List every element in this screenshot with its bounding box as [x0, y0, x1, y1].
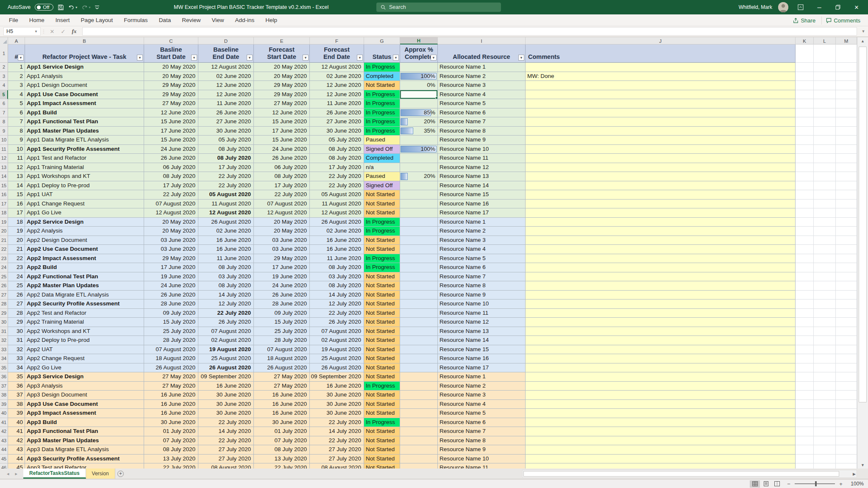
- row-header-3[interactable]: 3: [0, 72, 8, 81]
- cell-allocated-resource[interactable]: Resource Name 16: [438, 354, 526, 363]
- cell-task-number[interactable]: 21: [8, 245, 25, 254]
- cell-empty-L[interactable]: [814, 108, 836, 118]
- cell-forecast-start[interactable]: 01 July 2020: [254, 427, 310, 436]
- cell-allocated-resource[interactable]: Resource Name 1: [438, 372, 526, 382]
- cell-allocated-resource[interactable]: Resource Name 5: [438, 254, 526, 263]
- cell-baseline-end[interactable]: 26 August 2020: [198, 363, 254, 373]
- cell-percent-complete[interactable]: [400, 345, 438, 355]
- cell-baseline-end[interactable]: 22 July 2020: [198, 172, 254, 181]
- cell-forecast-end[interactable]: 12 August 2020: [310, 63, 364, 72]
- cell-percent-complete[interactable]: [400, 336, 438, 345]
- row-header-35[interactable]: 35: [0, 363, 8, 373]
- cell-comment[interactable]: [526, 436, 796, 446]
- cell-empty-M[interactable]: [836, 245, 857, 254]
- cell-status[interactable]: Not Started: [364, 299, 400, 309]
- cell-task-name[interactable]: App2 Impact Assessment: [25, 254, 144, 263]
- cell-percent-complete[interactable]: [400, 291, 438, 300]
- cell-task-name[interactable]: App1 Test and Refactor: [25, 154, 144, 163]
- cell-forecast-start[interactable]: 17 July 2020: [254, 181, 310, 191]
- zoom-slider[interactable]: [795, 483, 835, 484]
- cell-empty-M[interactable]: [836, 318, 857, 327]
- cell-comment[interactable]: [526, 372, 796, 382]
- cell-empty-K[interactable]: [796, 63, 814, 72]
- cell-empty-K[interactable]: [796, 327, 814, 336]
- cell-comment[interactable]: [526, 427, 796, 436]
- cell-forecast-end[interactable]: 11 June 2020: [310, 254, 364, 263]
- cell-empty-M[interactable]: [836, 309, 857, 318]
- cell-empty-L[interactable]: [814, 236, 836, 245]
- cell-empty-K[interactable]: [796, 445, 814, 455]
- cell-forecast-end[interactable]: 22 July 2020: [310, 172, 364, 181]
- cell-forecast-start[interactable]: 27 May 2020: [254, 382, 310, 391]
- zoom-out-icon[interactable]: −: [786, 481, 791, 487]
- cell-empty-M[interactable]: [836, 236, 857, 245]
- row-header-8[interactable]: 8: [0, 117, 8, 127]
- cell-allocated-resource[interactable]: Resource Name 15: [438, 345, 526, 355]
- cell-forecast-start[interactable]: 24 June 2020: [254, 281, 310, 291]
- filter-dropdown-icon[interactable]: ▼: [247, 55, 253, 61]
- cell-status[interactable]: In Progress: [364, 254, 400, 263]
- cell-task-number[interactable]: 15: [8, 190, 25, 200]
- cell-empty-L[interactable]: [814, 154, 836, 163]
- close-button[interactable]: ✕: [850, 0, 863, 14]
- cell-forecast-end[interactable]: 08 July 2020: [310, 145, 364, 154]
- cell-status[interactable]: Not Started: [364, 272, 400, 282]
- cell-comment[interactable]: [526, 108, 796, 118]
- prev-sheet-icon[interactable]: ◂: [7, 471, 9, 477]
- cell-task-name[interactable]: App3 Analysis: [25, 382, 144, 391]
- cell-empty-M[interactable]: [836, 190, 857, 200]
- cell-percent-complete[interactable]: 100%: [400, 72, 438, 81]
- row-header-29[interactable]: 29: [0, 309, 8, 318]
- cell-allocated-resource[interactable]: Resource Name 14: [438, 181, 526, 191]
- cell-empty-M[interactable]: [836, 145, 857, 154]
- cell-empty-M[interactable]: [836, 382, 857, 391]
- cell-allocated-resource[interactable]: Resource Name 7: [438, 117, 526, 127]
- cell-empty-L[interactable]: [814, 309, 836, 318]
- cell-baseline-start[interactable]: 17 July 2020: [144, 181, 198, 191]
- cell-forecast-start[interactable]: 07 July 2020: [254, 436, 310, 446]
- cell-percent-complete[interactable]: [400, 318, 438, 327]
- cell-empty-K[interactable]: [796, 418, 814, 427]
- cell-task-number[interactable]: 35: [8, 372, 25, 382]
- filter-dropdown-icon[interactable]: ▼: [191, 55, 197, 61]
- cell-task-number[interactable]: 31: [8, 336, 25, 345]
- cell-empty-L[interactable]: [814, 63, 836, 72]
- cell-status[interactable]: Not Started: [364, 363, 400, 373]
- cell-forecast-end[interactable]: 22 July 2020: [310, 436, 364, 446]
- customize-qat-icon[interactable]: [95, 4, 100, 10]
- cell-comment[interactable]: [526, 281, 796, 291]
- cell-allocated-resource[interactable]: Resource Name 6: [438, 263, 526, 272]
- row-header-45[interactable]: 45: [0, 455, 8, 464]
- cell-empty-K[interactable]: [796, 81, 814, 90]
- column-letter-H[interactable]: H: [400, 37, 438, 44]
- cell-task-name[interactable]: App2 Deploy to Pre-prod: [25, 336, 144, 345]
- cell-task-number[interactable]: 42: [8, 436, 25, 446]
- cell-comment[interactable]: [526, 391, 796, 400]
- cell-empty-L[interactable]: [814, 409, 836, 418]
- cell-empty-K[interactable]: [796, 281, 814, 291]
- cell-empty-K[interactable]: [796, 117, 814, 127]
- cell-empty-M[interactable]: [836, 136, 857, 145]
- horizontal-scrollbar[interactable]: ▶: [522, 470, 857, 478]
- formula-input[interactable]: [82, 27, 857, 36]
- cell-forecast-end[interactable]: 09 September 2020: [310, 372, 364, 382]
- cell-allocated-resource[interactable]: Resource Name 7: [438, 427, 526, 436]
- cell-baseline-end[interactable]: 05 August 2020: [198, 190, 254, 200]
- row-header-32[interactable]: 32: [0, 336, 8, 345]
- cell-empty-M[interactable]: [836, 254, 857, 263]
- cell-status[interactable]: Not Started: [364, 327, 400, 336]
- cell-comment[interactable]: [526, 190, 796, 200]
- cell-forecast-end[interactable]: 12 June 2020: [310, 90, 364, 100]
- cell-empty-M[interactable]: [836, 172, 857, 181]
- cell-task-name[interactable]: App1 Deploy to Pre-prod: [25, 181, 144, 191]
- confirm-entry-icon[interactable]: ✓: [58, 28, 69, 35]
- vertical-scroll-thumb[interactable]: [859, 47, 867, 402]
- cell-baseline-start[interactable]: 16 June 2020: [144, 409, 198, 418]
- cell-status[interactable]: In Progress: [364, 99, 400, 108]
- cell-baseline-end[interactable]: 25 August 2020: [198, 354, 254, 363]
- page-break-view-icon[interactable]: [772, 480, 782, 488]
- cell-task-number[interactable]: 12: [8, 163, 25, 172]
- row-header-34[interactable]: 34: [0, 354, 8, 363]
- cell-baseline-start[interactable]: 22 July 2020: [144, 463, 198, 469]
- cell-status[interactable]: In Progress: [364, 117, 400, 127]
